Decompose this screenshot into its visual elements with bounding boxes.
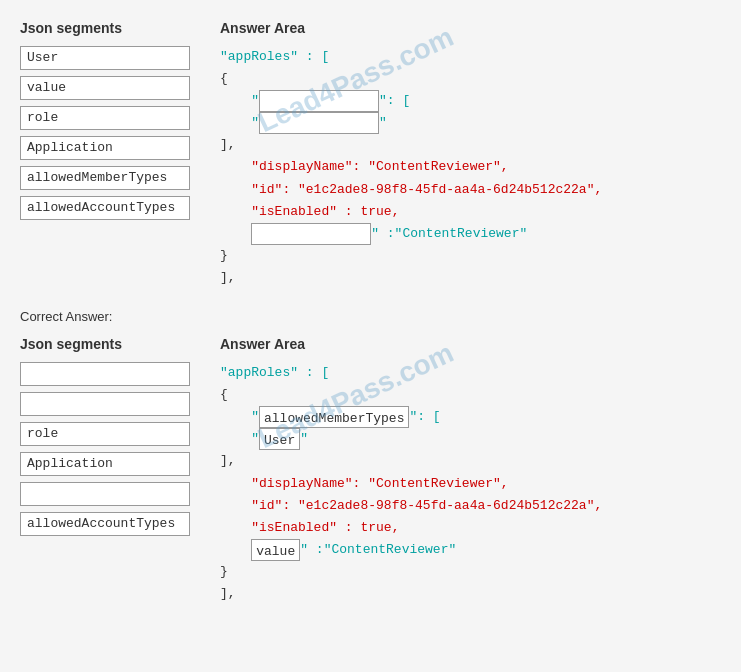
segment-empty-3	[20, 482, 190, 506]
code-display-name: "displayName": "ContentReviewer",	[220, 156, 509, 178]
segment-allowed-account-types-2: allowedAccountTypes	[20, 512, 190, 536]
code-text-approles: "appRoles" : [	[220, 46, 329, 68]
code-is-enabled: "isEnabled" : true,	[220, 201, 399, 223]
segment-role-2: role	[20, 422, 190, 446]
answer-area-header-1: Answer Area	[220, 20, 721, 36]
answer-filled-box-3: value	[251, 539, 300, 561]
code-line-2-4: "User"	[220, 428, 721, 450]
answer-box-1[interactable]	[259, 90, 379, 112]
code-line-2-3: "allowedMemberTypes": [	[220, 406, 721, 428]
code-line-2-2: {	[220, 384, 721, 406]
code-line-1-1: "appRoles" : [	[220, 46, 721, 68]
code-content-reviewer-1: " :"ContentReviewer"	[371, 223, 527, 245]
answer-area-header-2: Answer Area	[220, 336, 721, 352]
code-close-bracket: ],	[220, 134, 236, 156]
code-line-1-5: ],	[220, 134, 721, 156]
segment-role: role	[20, 106, 190, 130]
json-segments-header-2: Json segments	[20, 336, 190, 352]
json-segments-header-1: Json segments	[20, 20, 190, 36]
answer-box-3[interactable]	[251, 223, 371, 245]
segment-empty-1	[20, 362, 190, 386]
segment-application: Application	[20, 136, 190, 160]
section2: Json segments role Application allowedAc…	[20, 336, 721, 605]
code-bracket-2-1: ": [	[409, 406, 440, 428]
json-segments-2: Json segments role Application allowedAc…	[20, 336, 190, 605]
code-close-bracket-2: ],	[220, 450, 236, 472]
segment-allowed-member-types: allowedMemberTypes	[20, 166, 190, 190]
code-quote-2: "	[379, 112, 387, 134]
code-line-2-5: ],	[220, 450, 721, 472]
code-indent-2-2: "	[220, 428, 259, 450]
code-bracket-1: ": [	[379, 90, 410, 112]
segment-user: User	[20, 46, 190, 70]
code-line-2-8: "isEnabled" : true,	[220, 517, 721, 539]
code-line-1-3: "": [	[220, 90, 721, 112]
section1: Json segments User value role Applicatio…	[20, 20, 721, 289]
code-line-1-9: " :"ContentReviewer"	[220, 223, 721, 245]
code-line-1-2: {	[220, 68, 721, 90]
code-is-enabled-2: "isEnabled" : true,	[220, 517, 399, 539]
code-id-2: "id": "e1c2ade8-98f8-45fd-aa4a-6d24b512c…	[220, 495, 602, 517]
json-segments-1: Json segments User value role Applicatio…	[20, 20, 190, 289]
answer-area-2: Answer Area Lead4Pass.com "appRoles" : […	[220, 336, 721, 605]
code-indent-2-1: "	[220, 406, 259, 428]
code-end-2: ],	[220, 583, 236, 605]
answer-filled-box-2: User	[259, 428, 300, 450]
code-indent-3	[220, 223, 251, 245]
code-brace-open-2: {	[220, 384, 228, 406]
answer-box-2[interactable]	[259, 112, 379, 134]
code-indent-2: "	[220, 112, 259, 134]
code-content-reviewer-2: " :"ContentReviewer"	[300, 539, 456, 561]
segment-allowed-account-types: allowedAccountTypes	[20, 196, 190, 220]
code-block-1: Lead4Pass.com "appRoles" : [ { "": [ "" …	[220, 46, 721, 289]
code-line-2-11: ],	[220, 583, 721, 605]
code-id: "id": "e1c2ade8-98f8-45fd-aa4a-6d24b512c…	[220, 179, 602, 201]
code-line-2-6: "displayName": "ContentReviewer",	[220, 473, 721, 495]
code-line-2-9: value" :"ContentReviewer"	[220, 539, 721, 561]
code-brace-close-2: }	[220, 561, 228, 583]
code-line-1-8: "isEnabled" : true,	[220, 201, 721, 223]
segment-value: value	[20, 76, 190, 100]
code-line-2-7: "id": "e1c2ade8-98f8-45fd-aa4a-6d24b512c…	[220, 495, 721, 517]
code-line-1-10: }	[220, 245, 721, 267]
code-display-name-2: "displayName": "ContentReviewer",	[220, 473, 509, 495]
code-indent-2-3	[220, 539, 251, 561]
code-indent-1: "	[220, 90, 259, 112]
segment-empty-2	[20, 392, 190, 416]
code-line-2-1: "appRoles" : [	[220, 362, 721, 384]
answer-filled-box-1: allowedMemberTypes	[259, 406, 409, 428]
code-line-2-10: }	[220, 561, 721, 583]
code-end: ],	[220, 267, 236, 289]
correct-label: Correct Answer:	[20, 309, 721, 324]
code-brace-open: {	[220, 68, 228, 90]
code-approles-2: "appRoles" : [	[220, 362, 329, 384]
code-quote-2-2: "	[300, 428, 308, 450]
answer-area-1: Answer Area Lead4Pass.com "appRoles" : […	[220, 20, 721, 289]
code-line-1-11: ],	[220, 267, 721, 289]
code-line-1-6: "displayName": "ContentReviewer",	[220, 156, 721, 178]
segment-application-2: Application	[20, 452, 190, 476]
code-brace-close: }	[220, 245, 228, 267]
code-block-2: Lead4Pass.com "appRoles" : [ { "allowedM…	[220, 362, 721, 605]
code-line-1-4: ""	[220, 112, 721, 134]
code-line-1-7: "id": "e1c2ade8-98f8-45fd-aa4a-6d24b512c…	[220, 179, 721, 201]
